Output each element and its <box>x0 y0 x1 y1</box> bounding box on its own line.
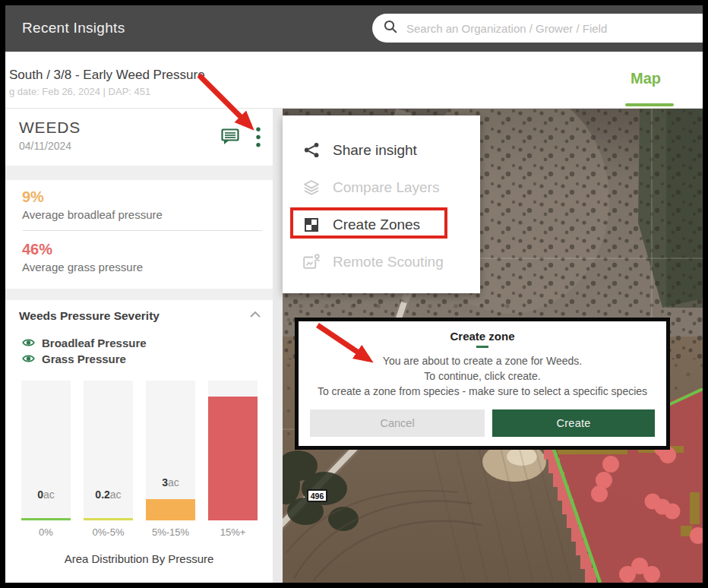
create-zone-modal: Create zone You are about to create a zo… <box>295 318 670 450</box>
menu-item-create-zones[interactable]: Create Zones <box>283 206 480 243</box>
cancel-button[interactable]: Cancel <box>310 409 485 437</box>
road-label-badge: 496 <box>307 489 327 502</box>
tab-map[interactable]: Map <box>612 70 680 87</box>
severity-legend: Broadleaf Pressure Grass Pressure <box>22 335 147 367</box>
eye-icon[interactable] <box>22 337 35 350</box>
comment-icon[interactable] <box>221 128 239 145</box>
app-window: Recent Insights South / 3/8 - Early Weed… <box>0 0 708 588</box>
insight-panel: WEEDS 04/11/2024 <box>5 109 283 583</box>
bar-column: 0.2ac <box>84 381 133 520</box>
severity-card: Weeds Pressure Severity Broadleaf Pressu… <box>5 300 273 583</box>
search-icon <box>384 20 397 36</box>
bar-column: 0ac <box>21 381 71 520</box>
share-icon <box>302 142 321 158</box>
insight-context-menu: Share insight Compare Layers Create Zo <box>283 115 480 293</box>
broadleaf-stat-label: Average broadleaf pressure <box>22 208 256 221</box>
legend-broadleaf[interactable]: Broadleaf Pressure <box>22 335 147 351</box>
insight-title: WEEDS <box>19 119 81 137</box>
broadleaf-stat: 9% Average broadleaf pressure <box>5 180 273 226</box>
bar-fill <box>208 397 258 520</box>
layers-icon <box>302 179 321 196</box>
create-button[interactable]: Create <box>492 409 655 437</box>
remote-scouting-icon <box>302 254 321 270</box>
kebab-menu-icon[interactable] <box>250 125 267 149</box>
insight-title-card: WEEDS 04/11/2024 <box>5 109 273 166</box>
modal-title: Create zone <box>299 330 666 343</box>
zones-icon <box>302 218 321 232</box>
severity-title: Weeds Pressure Severity <box>19 309 160 323</box>
bar-fill <box>21 518 71 520</box>
stats-divider <box>23 230 262 231</box>
search-input[interactable] <box>405 21 703 36</box>
legend-grass-label: Grass Pressure <box>42 352 126 365</box>
panel-scrollbar[interactable] <box>273 109 283 583</box>
bar-x-axis: 0% 0%-5% 5%-15% 15%+ <box>21 526 258 538</box>
planting-date-meta: g date: Feb 26, 2024 | DAP: 451 <box>9 86 150 97</box>
insight-header: South / 3/8 - Early Weed Pressure g date… <box>5 52 703 109</box>
modal-body: You are about to create a zone for Weeds… <box>299 354 666 400</box>
modal-title-underline <box>476 346 488 348</box>
modal-buttons: Cancel Create <box>310 409 655 437</box>
legend-broadleaf-label: Broadleaf Pressure <box>42 337 147 349</box>
grass-stat-value: 46% <box>22 240 256 258</box>
menu-item-share-insight[interactable]: Share insight <box>283 131 480 169</box>
bar-fill <box>84 518 133 520</box>
search-bar[interactable] <box>372 14 703 43</box>
tab-map-underline <box>625 103 674 106</box>
chevron-up-icon[interactable] <box>250 311 261 318</box>
broadleaf-stat-value: 9% <box>22 188 256 206</box>
top-bar: Recent Insights <box>5 5 703 52</box>
pressure-stats-card: 9% Average broadleaf pressure 46% Averag… <box>5 180 273 289</box>
pressure-bar-chart: 0ac 0.2ac 3ac 24ac <box>21 381 258 520</box>
chart-caption: Area Distribution By Pressure <box>5 552 273 565</box>
insight-date: 04/11/2024 <box>19 140 71 152</box>
grass-stat: 46% Average grass pressure <box>5 232 273 278</box>
legend-grass[interactable]: Grass Pressure <box>22 351 147 367</box>
menu-item-compare-layers[interactable]: Compare Layers <box>283 169 480 206</box>
bar-fill <box>146 499 195 520</box>
breadcrumb: South / 3/8 - Early Weed Pressure <box>9 68 205 83</box>
bar-column: 3ac <box>146 381 195 520</box>
grass-stat-label: Average grass pressure <box>22 261 256 273</box>
menu-item-remote-scouting[interactable]: Remote Scouting <box>283 243 480 280</box>
page-title: Recent Insights <box>22 20 125 36</box>
eye-icon[interactable] <box>22 352 35 366</box>
bar-column: 24ac <box>208 381 258 520</box>
